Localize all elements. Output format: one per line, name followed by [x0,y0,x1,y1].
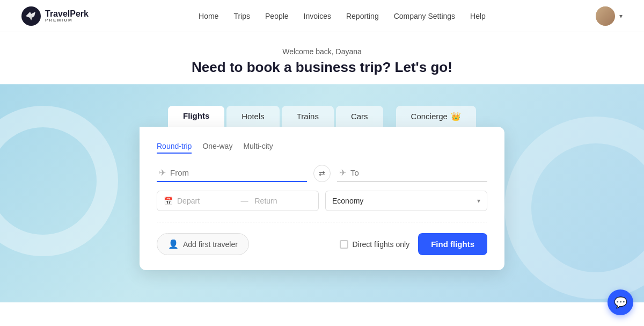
search-card: Round-trip One-way Multi-city ✈ ⇄ ✈ 📅 De… [140,127,504,270]
date-picker-wrapper[interactable]: 📅 Depart — Return [157,191,319,211]
direct-flights-text: Direct flights only [353,240,410,249]
concierge-crown-icon: 👑 [451,112,461,121]
class-label: Economy [332,197,363,205]
nav-trips[interactable]: Trips [233,12,250,20]
swap-icon: ⇄ [319,169,325,178]
trip-type-roundtrip[interactable]: Round-trip [157,142,192,154]
user-chevron-down-icon: ▾ [619,12,623,20]
avatar-image [596,6,615,26]
tab-hotels[interactable]: Hotels [226,106,280,127]
add-traveler-button[interactable]: 👤 Add first traveler [157,233,249,255]
to-input[interactable] [350,168,485,177]
return-label: Return [255,197,312,205]
nav-help[interactable]: Help [470,12,486,20]
logo-premium: PREMIUM [45,18,89,23]
logo-icon [21,6,41,26]
nav-home[interactable]: Home [199,12,218,20]
add-traveler-label: Add first traveler [183,240,238,249]
actions-right: Direct flights only Find flights [340,233,487,255]
to-field-wrapper[interactable]: ✈ [337,164,487,182]
date-row: 📅 Depart — Return Economy ▾ [157,191,487,211]
swap-button[interactable]: ⇄ [313,165,331,182]
tab-trains[interactable]: Trains [282,106,334,127]
class-selector[interactable]: Economy ▾ [325,191,487,211]
depart-label: Depart [177,197,235,205]
plane-takeoff-icon: ✈ [159,168,166,178]
nav-invoices[interactable]: Invoices [304,12,331,20]
nav-links: Home Trips People Invoices Reporting Com… [199,12,486,20]
plane-landing-icon: ✈ [339,168,346,178]
trip-types: Round-trip One-way Multi-city [157,142,487,154]
route-row: ✈ ⇄ ✈ [157,164,487,182]
section-divider [157,222,487,222]
direct-flights-checkbox[interactable] [340,240,348,249]
deco-arc-left [0,106,118,256]
category-tabs: Flights Hotels Trains Cars Concierge 👑 [0,106,644,127]
tab-concierge[interactable]: Concierge 👑 [396,106,476,127]
date-separator: — [241,197,248,205]
nav-people[interactable]: People [265,12,289,20]
logo-name: TravelPerk [45,10,89,18]
trip-type-oneway[interactable]: One-way [202,142,232,154]
main-tabs: Flights Hotels Trains Cars [168,106,383,127]
logo[interactable]: TravelPerk PREMIUM [21,6,89,26]
avatar [596,6,615,26]
calendar-icon: 📅 [164,197,173,205]
navbar: TravelPerk PREMIUM Home Trips People Inv… [0,0,644,32]
welcome-message: Welcome back, Dayana [0,47,644,56]
deco-arc-right [504,117,644,299]
nav-reporting[interactable]: Reporting [346,12,379,20]
class-chevron-down-icon: ▾ [477,197,480,205]
chat-icon: 💬 [614,296,627,309]
hero-title: Need to book a business trip? Let's go! [0,59,644,76]
nav-company-settings[interactable]: Company Settings [394,12,455,20]
traveler-icon: 👤 [168,239,179,249]
chat-support-button[interactable]: 💬 [608,289,633,315]
bottom-row: 👤 Add first traveler Direct flights only… [157,233,487,255]
hero-section: Welcome back, Dayana Need to book a busi… [0,32,644,84]
find-flights-button[interactable]: Find flights [418,233,487,255]
tab-cars[interactable]: Cars [336,106,383,127]
blue-background-section: Flights Hotels Trains Cars Concierge 👑 R… [0,84,644,302]
nav-user[interactable]: ▾ [596,6,623,26]
direct-flights-label[interactable]: Direct flights only [340,240,410,249]
from-input[interactable] [170,168,305,177]
concierge-label: Concierge [411,112,448,121]
tab-flights[interactable]: Flights [168,106,224,127]
trip-type-multicity[interactable]: Multi-city [243,142,273,154]
from-field-wrapper[interactable]: ✈ [157,164,307,182]
